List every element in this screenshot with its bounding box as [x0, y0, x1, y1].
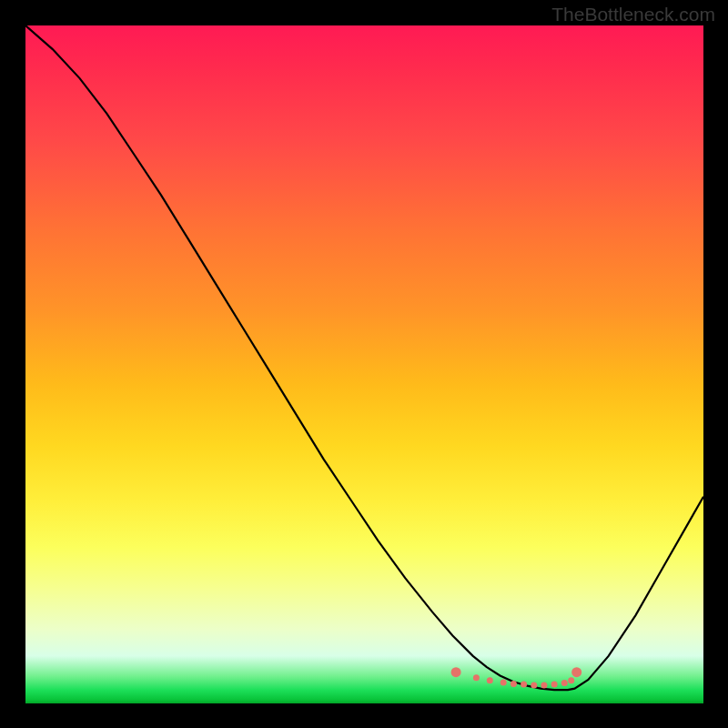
- curve-dot: [521, 682, 527, 688]
- watermark-text: TheBottleneck.com: [551, 4, 715, 25]
- curve-dot: [511, 681, 517, 687]
- curve-dot: [551, 682, 558, 688]
- curve-dot: [541, 682, 547, 688]
- curve-dot: [531, 682, 537, 688]
- bottleneck-curve: [25, 25, 703, 690]
- curve-dot: [473, 674, 480, 681]
- curve-dot: [571, 667, 581, 677]
- curve-dots: [451, 667, 582, 688]
- curve-dot: [487, 677, 493, 683]
- curve-dot: [500, 679, 507, 685]
- chart-svg: [25, 25, 703, 703]
- curve-dot: [561, 680, 568, 686]
- curve-dot: [568, 677, 574, 683]
- curve-dot: [451, 667, 461, 677]
- chart-plot-area: [25, 25, 703, 703]
